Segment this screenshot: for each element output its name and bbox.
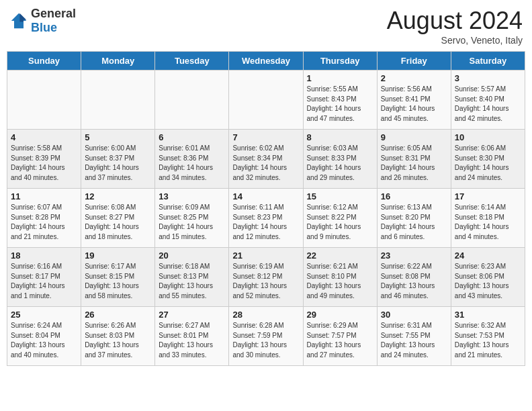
day-of-week-header: Tuesday xyxy=(155,52,229,71)
day-number: 5 xyxy=(85,132,151,142)
calendar-week-row: 25Sunrise: 6:24 AM Sunset: 8:04 PM Dayli… xyxy=(7,307,525,366)
day-of-week-header: Wednesday xyxy=(229,52,303,71)
day-info: Sunrise: 6:06 AM Sunset: 8:30 PM Dayligh… xyxy=(455,144,521,183)
day-info: Sunrise: 6:14 AM Sunset: 8:18 PM Dayligh… xyxy=(455,203,521,242)
day-info: Sunrise: 6:18 AM Sunset: 8:13 PM Dayligh… xyxy=(159,262,225,301)
calendar-day-cell xyxy=(81,71,155,130)
day-info: Sunrise: 6:11 AM Sunset: 8:23 PM Dayligh… xyxy=(232,203,299,242)
day-info: Sunrise: 6:24 AM Sunset: 8:04 PM Dayligh… xyxy=(11,321,77,360)
day-number: 30 xyxy=(381,310,447,320)
day-of-week-header: Saturday xyxy=(451,52,525,71)
calendar-header-row: SundayMondayTuesdayWednesdayThursdayFrid… xyxy=(7,52,525,71)
day-info: Sunrise: 6:16 AM Sunset: 8:17 PM Dayligh… xyxy=(11,262,77,301)
calendar-day-cell: 14Sunrise: 6:11 AM Sunset: 8:23 PM Dayli… xyxy=(229,189,303,248)
calendar-day-cell: 21Sunrise: 6:19 AM Sunset: 8:12 PM Dayli… xyxy=(229,248,303,307)
logo: General Blue xyxy=(9,7,76,35)
calendar-day-cell: 7Sunrise: 6:02 AM Sunset: 8:34 PM Daylig… xyxy=(229,130,303,189)
day-number: 12 xyxy=(85,191,151,201)
day-number: 26 xyxy=(85,310,151,320)
calendar-day-cell xyxy=(155,71,229,130)
day-number: 4 xyxy=(11,132,77,142)
day-info: Sunrise: 5:57 AM Sunset: 8:40 PM Dayligh… xyxy=(455,85,521,124)
calendar-day-cell: 20Sunrise: 6:18 AM Sunset: 8:13 PM Dayli… xyxy=(155,248,229,307)
day-number: 18 xyxy=(11,250,77,261)
month-year-title: August 2024 xyxy=(387,7,523,35)
calendar-day-cell: 19Sunrise: 6:17 AM Sunset: 8:15 PM Dayli… xyxy=(81,248,155,307)
day-info: Sunrise: 5:58 AM Sunset: 8:39 PM Dayligh… xyxy=(11,144,77,183)
calendar-day-cell: 15Sunrise: 6:12 AM Sunset: 8:22 PM Dayli… xyxy=(303,189,377,248)
logo-icon xyxy=(9,11,28,30)
day-info: Sunrise: 6:07 AM Sunset: 8:28 PM Dayligh… xyxy=(11,203,77,242)
calendar-day-cell: 12Sunrise: 6:08 AM Sunset: 8:27 PM Dayli… xyxy=(81,189,155,248)
day-info: Sunrise: 6:00 AM Sunset: 8:37 PM Dayligh… xyxy=(85,144,151,183)
calendar-day-cell: 17Sunrise: 6:14 AM Sunset: 8:18 PM Dayli… xyxy=(451,189,525,248)
day-of-week-header: Friday xyxy=(377,52,451,71)
calendar-table: SundayMondayTuesdayWednesdayThursdayFrid… xyxy=(7,51,525,366)
calendar-day-cell: 4Sunrise: 5:58 AM Sunset: 8:39 PM Daylig… xyxy=(7,130,81,189)
day-number: 11 xyxy=(11,191,77,201)
day-number: 16 xyxy=(381,191,447,201)
calendar-day-cell: 23Sunrise: 6:22 AM Sunset: 8:08 PM Dayli… xyxy=(377,248,451,307)
calendar-day-cell: 24Sunrise: 6:23 AM Sunset: 8:06 PM Dayli… xyxy=(451,248,525,307)
day-number: 19 xyxy=(85,250,151,261)
logo-blue: Blue xyxy=(31,21,57,34)
calendar-day-cell: 28Sunrise: 6:28 AM Sunset: 7:59 PM Dayli… xyxy=(229,307,303,366)
day-info: Sunrise: 6:08 AM Sunset: 8:27 PM Dayligh… xyxy=(85,203,151,242)
day-info: Sunrise: 6:17 AM Sunset: 8:15 PM Dayligh… xyxy=(85,262,151,301)
day-number: 7 xyxy=(232,132,299,142)
calendar-day-cell: 31Sunrise: 6:32 AM Sunset: 7:53 PM Dayli… xyxy=(451,307,525,366)
day-info: Sunrise: 6:02 AM Sunset: 8:34 PM Dayligh… xyxy=(232,144,299,183)
day-number: 13 xyxy=(159,191,225,201)
logo-general: General xyxy=(31,7,76,20)
calendar-day-cell xyxy=(229,71,303,130)
day-of-week-header: Thursday xyxy=(303,52,377,71)
svg-marker-0 xyxy=(11,13,26,28)
calendar-day-cell: 5Sunrise: 6:00 AM Sunset: 8:37 PM Daylig… xyxy=(81,130,155,189)
day-number: 3 xyxy=(455,73,521,83)
day-of-week-header: Monday xyxy=(81,52,155,71)
page-header: General Blue August 2024 Servo, Veneto, … xyxy=(7,7,525,46)
calendar-day-cell: 10Sunrise: 6:06 AM Sunset: 8:30 PM Dayli… xyxy=(451,130,525,189)
calendar-week-row: 11Sunrise: 6:07 AM Sunset: 8:28 PM Dayli… xyxy=(7,189,525,248)
calendar-week-row: 4Sunrise: 5:58 AM Sunset: 8:39 PM Daylig… xyxy=(7,130,525,189)
day-number: 28 xyxy=(232,310,299,320)
calendar-day-cell: 6Sunrise: 6:01 AM Sunset: 8:36 PM Daylig… xyxy=(155,130,229,189)
day-number: 6 xyxy=(159,132,225,142)
day-info: Sunrise: 6:05 AM Sunset: 8:31 PM Dayligh… xyxy=(381,144,447,183)
day-info: Sunrise: 6:27 AM Sunset: 8:01 PM Dayligh… xyxy=(159,321,225,360)
day-number: 23 xyxy=(381,250,447,261)
calendar-day-cell: 9Sunrise: 6:05 AM Sunset: 8:31 PM Daylig… xyxy=(377,130,451,189)
day-info: Sunrise: 6:22 AM Sunset: 8:08 PM Dayligh… xyxy=(381,262,447,301)
day-info: Sunrise: 6:13 AM Sunset: 8:20 PM Dayligh… xyxy=(381,203,447,242)
day-number: 21 xyxy=(232,250,299,261)
logo-text: General Blue xyxy=(31,7,76,35)
day-number: 31 xyxy=(455,310,521,320)
calendar-week-row: 1Sunrise: 5:55 AM Sunset: 8:43 PM Daylig… xyxy=(7,71,525,130)
day-number: 14 xyxy=(232,191,299,201)
day-info: Sunrise: 5:55 AM Sunset: 8:43 PM Dayligh… xyxy=(307,85,373,124)
day-info: Sunrise: 6:31 AM Sunset: 7:55 PM Dayligh… xyxy=(381,321,447,360)
day-info: Sunrise: 6:32 AM Sunset: 7:53 PM Dayligh… xyxy=(455,321,521,360)
day-info: Sunrise: 6:23 AM Sunset: 8:06 PM Dayligh… xyxy=(455,262,521,301)
day-number: 20 xyxy=(159,250,225,261)
day-number: 25 xyxy=(11,310,77,320)
calendar-day-cell: 26Sunrise: 6:26 AM Sunset: 8:03 PM Dayli… xyxy=(81,307,155,366)
day-info: Sunrise: 6:29 AM Sunset: 7:57 PM Dayligh… xyxy=(307,321,373,360)
day-info: Sunrise: 6:12 AM Sunset: 8:22 PM Dayligh… xyxy=(307,203,373,242)
calendar-day-cell: 13Sunrise: 6:09 AM Sunset: 8:25 PM Dayli… xyxy=(155,189,229,248)
calendar-day-cell: 30Sunrise: 6:31 AM Sunset: 7:55 PM Dayli… xyxy=(377,307,451,366)
day-number: 22 xyxy=(307,250,373,261)
calendar-day-cell: 1Sunrise: 5:55 AM Sunset: 8:43 PM Daylig… xyxy=(303,71,377,130)
calendar-day-cell: 27Sunrise: 6:27 AM Sunset: 8:01 PM Dayli… xyxy=(155,307,229,366)
calendar-day-cell: 29Sunrise: 6:29 AM Sunset: 7:57 PM Dayli… xyxy=(303,307,377,366)
calendar-day-cell: 8Sunrise: 6:03 AM Sunset: 8:33 PM Daylig… xyxy=(303,130,377,189)
calendar-day-cell: 16Sunrise: 6:13 AM Sunset: 8:20 PM Dayli… xyxy=(377,189,451,248)
day-number: 2 xyxy=(381,73,447,83)
day-number: 9 xyxy=(381,132,447,142)
day-of-week-header: Sunday xyxy=(7,52,81,71)
calendar-day-cell: 18Sunrise: 6:16 AM Sunset: 8:17 PM Dayli… xyxy=(7,248,81,307)
day-info: Sunrise: 6:21 AM Sunset: 8:10 PM Dayligh… xyxy=(307,262,373,301)
day-number: 17 xyxy=(455,191,521,201)
location-subtitle: Servo, Veneto, Italy xyxy=(387,35,523,46)
title-block: August 2024 Servo, Veneto, Italy xyxy=(387,7,523,46)
